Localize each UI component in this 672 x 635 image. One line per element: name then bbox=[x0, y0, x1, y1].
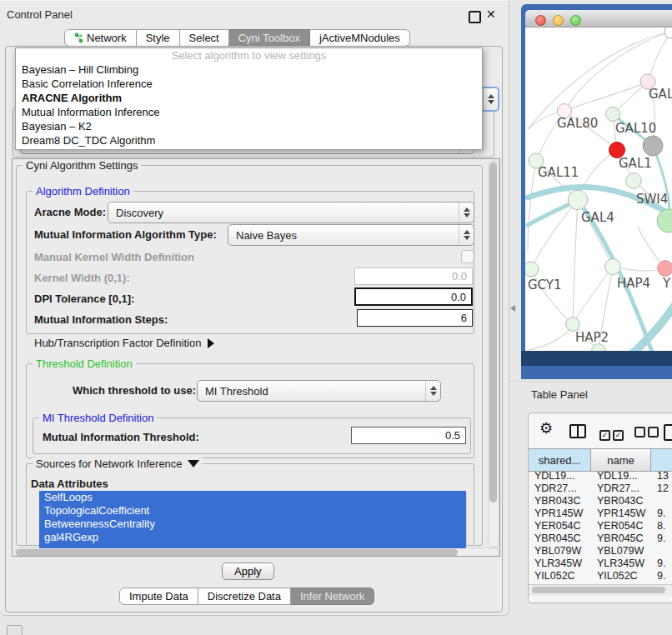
table-row[interactable]: YBR045CYBR045C9. bbox=[529, 532, 672, 545]
attribute-item-selected[interactable]: gal4RGexp bbox=[39, 531, 466, 544]
tab-infer-network[interactable]: Infer Network bbox=[291, 588, 374, 605]
table-cell: YDL19... bbox=[529, 470, 591, 482]
network-node-label: GAL11 bbox=[538, 165, 579, 180]
data-attributes-list[interactable]: SelfLoopsTopologicalCoefficientBetweenne… bbox=[39, 491, 466, 548]
bottom-tabs: Impute DataDiscretize DataInfer Network bbox=[119, 588, 374, 605]
network-node[interactable] bbox=[605, 259, 621, 275]
dropdown-item[interactable]: Bayesian – Hill Climbing bbox=[16, 62, 482, 77]
settings-vertical-scrollbar[interactable] bbox=[488, 161, 499, 548]
dropdown-item[interactable]: Basic Correlation Inference bbox=[16, 77, 482, 91]
network-graph: GALGAL80GAL10GAL1GAL11SWI4GAL4GCY1HAP4YH… bbox=[525, 28, 672, 351]
network-node[interactable] bbox=[626, 173, 642, 189]
split-collapse-icon[interactable] bbox=[510, 305, 515, 312]
settings-scroll-pane: Cyni Algorithm Settings Algorithm Defini… bbox=[12, 158, 500, 557]
tab-jactivemnodules[interactable]: jActiveMNodules bbox=[310, 29, 410, 47]
table-cell: YLR345W bbox=[529, 558, 591, 570]
float-window-icon[interactable] bbox=[469, 11, 481, 23]
network-edge bbox=[573, 200, 578, 324]
column-header-extra[interactable] bbox=[651, 449, 672, 471]
table-cell bbox=[651, 495, 672, 508]
tab-label: Infer Network bbox=[300, 590, 364, 602]
dropdown-item[interactable]: ARACNE Algorithm bbox=[16, 91, 482, 105]
table-row[interactable]: YBL079WYBL079W bbox=[529, 545, 672, 558]
select-all-columns-icon[interactable]: ✓✓ bbox=[599, 426, 624, 441]
tab-cyni-toolbox[interactable]: Cyni Toolbox bbox=[229, 29, 310, 47]
network-node[interactable] bbox=[664, 28, 672, 38]
table-cell: YER054C bbox=[591, 520, 651, 532]
network-node-label: GAL80 bbox=[557, 116, 598, 131]
network-canvas[interactable]: GALGAL80GAL10GAL1GAL11SWI4GAL4GCY1HAP4YH… bbox=[525, 28, 672, 351]
table-row[interactable]: YDR27...YDR27...12 bbox=[529, 482, 672, 495]
network-node-label: GAL4 bbox=[581, 210, 614, 225]
zoom-traffic-icon[interactable] bbox=[570, 15, 581, 26]
attribute-item-selected[interactable]: BetweennessCentrality bbox=[39, 518, 466, 531]
dropdown-item[interactable]: Bayesian – K2 bbox=[16, 119, 482, 133]
network-node-label: Y bbox=[662, 276, 671, 291]
table-cell: 9. bbox=[651, 532, 672, 545]
tab-label: Cyni Toolbox bbox=[238, 32, 300, 44]
table-panel-title: Table Panel bbox=[531, 388, 588, 401]
table-cell: YBL079W bbox=[529, 545, 591, 558]
deselect-all-columns-icon[interactable] bbox=[634, 426, 659, 441]
network-edge bbox=[528, 161, 536, 250]
apply-button[interactable]: Apply bbox=[222, 562, 274, 580]
close-icon[interactable]: ✕ bbox=[486, 8, 496, 21]
combo-arrows-icon bbox=[459, 225, 474, 245]
table-cell: 9. bbox=[651, 508, 672, 520]
settings-horizontal-scrollbar[interactable] bbox=[14, 548, 499, 557]
network-node-label: GAL bbox=[649, 87, 672, 102]
control-panel-title: Control Panel bbox=[7, 8, 73, 21]
table-cell: YBR043C bbox=[529, 495, 591, 508]
network-node[interactable] bbox=[525, 262, 539, 277]
aracne-mode-combo[interactable]: Discovery bbox=[108, 202, 474, 223]
network-node[interactable] bbox=[657, 209, 672, 232]
table-row[interactable]: YPR145WYPR145W9. bbox=[529, 508, 672, 520]
dropdown-item[interactable]: Dream8 DC_TDC Algorithm bbox=[16, 133, 482, 148]
network-node[interactable] bbox=[568, 190, 587, 209]
tab-network[interactable]: Network bbox=[64, 29, 137, 47]
attribute-item-selected[interactable]: TopologicalCoefficient bbox=[39, 504, 466, 518]
minimize-traffic-icon[interactable] bbox=[553, 15, 564, 26]
tab-impute-data[interactable]: Impute Data bbox=[119, 588, 198, 605]
network-node-label: GAL1 bbox=[619, 156, 652, 171]
table-row[interactable]: YIL052CYIL052C9. bbox=[529, 570, 672, 582]
dropdown-item[interactable]: Mutual Information Inference bbox=[16, 105, 482, 119]
network-node[interactable] bbox=[643, 136, 663, 156]
tab-discretize-data[interactable]: Discretize Data bbox=[198, 588, 291, 605]
table-row[interactable]: YBR043CYBR043C bbox=[529, 495, 672, 508]
table-cell: YLR345W bbox=[591, 558, 651, 570]
table-cell: YBR043C bbox=[591, 495, 651, 508]
network-window-titlebar[interactable] bbox=[525, 10, 672, 28]
table-row[interactable]: YLR345WYLR345W9. bbox=[529, 558, 672, 570]
table-cell: YIL052C bbox=[529, 570, 591, 582]
network-node[interactable] bbox=[658, 261, 672, 277]
sources-group-title-wrap[interactable]: Sources for Network Inference bbox=[33, 458, 203, 470]
tab-label: Style bbox=[146, 32, 170, 44]
tab-select[interactable]: Select bbox=[180, 29, 229, 47]
control-panel-window: Control Panel ✕ NetworkStyleSelectCyni T… bbox=[0, 0, 509, 616]
which-threshold-combo[interactable]: MI Threshold bbox=[197, 380, 441, 402]
column-header-shared[interactable]: shared... bbox=[529, 449, 591, 471]
close-traffic-icon[interactable] bbox=[535, 15, 546, 26]
table-row[interactable]: YDL19...YDL19...13 bbox=[529, 470, 672, 482]
network-node-label: HAP4 bbox=[617, 276, 650, 291]
sources-group-title: Sources for Network Inference bbox=[36, 458, 183, 470]
mi-type-combo[interactable]: Naive Bayes bbox=[228, 224, 474, 246]
table-horizontal-scrollbar[interactable] bbox=[529, 584, 672, 596]
split-columns-icon[interactable] bbox=[569, 424, 586, 438]
collapsed-panel-icon[interactable] bbox=[7, 625, 23, 635]
network-node[interactable] bbox=[606, 108, 620, 122]
gear-icon[interactable]: ⚙ bbox=[539, 419, 553, 438]
table-row[interactable]: YER054CYER054C8. bbox=[529, 520, 672, 532]
attribute-item-selected[interactable]: SelfLoops bbox=[39, 491, 466, 504]
cyni-algorithm-settings-title: Cyni Algorithm Settings bbox=[23, 159, 141, 172]
network-node[interactable] bbox=[566, 318, 580, 332]
mi-threshold-group: MI Threshold Definition bbox=[33, 418, 471, 454]
new-table-icon[interactable] bbox=[664, 424, 672, 441]
column-header-name[interactable]: name bbox=[591, 449, 651, 471]
network-node-label: GCY1 bbox=[528, 278, 562, 292]
tab-label: Impute Data bbox=[129, 590, 188, 602]
table-cell: YPR145W bbox=[591, 508, 651, 520]
table-cell: YBR045C bbox=[591, 532, 651, 545]
tab-style[interactable]: Style bbox=[137, 29, 180, 47]
